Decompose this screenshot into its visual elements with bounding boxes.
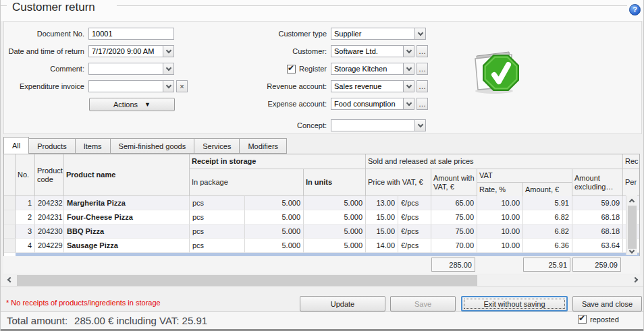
customer-type-input[interactable] [331, 28, 415, 40]
row-selector[interactable] [4, 239, 16, 253]
header-group-receipt-in-storage[interactable]: Receipt in storage [190, 154, 366, 169]
customer-dropdown-button[interactable] [403, 45, 414, 57]
return-datetime-input[interactable] [88, 45, 163, 57]
scroll-down-icon[interactable] [629, 248, 635, 253]
cell-product-code[interactable]: 204230 [35, 224, 64, 239]
actions-button[interactable]: Actions ▼ [89, 98, 175, 111]
revenue-account-browse-button[interactable]: … [417, 80, 428, 92]
update-button[interactable]: Update [300, 296, 385, 311]
header-in-package[interactable]: In package [190, 169, 304, 196]
cell-package-unit[interactable]: pcs [190, 210, 245, 224]
expense-account-browse-button[interactable]: … [417, 98, 428, 110]
expenditure-invoice-dropdown-button[interactable] [163, 80, 174, 92]
cell-no[interactable]: 1 [16, 196, 35, 210]
cell-units-qty[interactable]: 5.000 [304, 239, 366, 253]
cell-package-qty[interactable]: 5.000 [245, 239, 304, 253]
cell-amount-with-vat[interactable]: 75.00 [431, 224, 477, 239]
customer-input[interactable] [331, 45, 404, 57]
header-group-rec[interactable]: Rec [623, 154, 640, 169]
register-storage-browse-button[interactable]: … [417, 63, 428, 75]
vertical-scrollbar-thumb[interactable] [628, 206, 637, 249]
cell-package-unit[interactable]: pcs [190, 239, 245, 253]
cell-amount-excluding[interactable]: 63.64 [572, 239, 623, 253]
revenue-account-input[interactable] [331, 80, 404, 92]
row-selector[interactable] [4, 224, 16, 239]
cell-no[interactable]: 4 [16, 239, 35, 253]
revenue-account-dropdown-button[interactable] [403, 80, 414, 92]
header-vat-amount[interactable]: Amount, € [523, 183, 572, 196]
comment-input[interactable] [88, 63, 163, 75]
cell-product-name[interactable]: Four-Cheese Pizza [64, 210, 190, 224]
customer-type-dropdown-button[interactable] [414, 28, 426, 40]
cell-vat-amount[interactable]: 5.91 [523, 196, 572, 210]
cell-product-name[interactable]: BBQ Pizza [64, 224, 190, 239]
tab-all[interactable]: All [3, 137, 29, 154]
cell-vat-rate[interactable]: 10.00 [477, 224, 523, 239]
return-datetime-dropdown-button[interactable] [163, 45, 174, 57]
cell-vat-rate[interactable]: 10.00 [477, 196, 523, 210]
cell-price-unit[interactable]: €/pcs [398, 210, 431, 224]
cell-amount-excluding[interactable]: 59.09 [572, 196, 623, 210]
cell-vat-amount[interactable]: 6.82 [523, 224, 572, 239]
cell-package-qty[interactable]: 5.000 [245, 196, 304, 210]
tab-semi-finished-goods[interactable]: Semi-finished goods [111, 138, 195, 154]
cell-units-qty[interactable]: 5.000 [304, 224, 366, 239]
tab-products[interactable]: Products [29, 138, 75, 154]
comment-dropdown-button[interactable] [163, 63, 174, 75]
exit-without-saving-button[interactable]: Exit without saving [461, 296, 568, 311]
cell-product-code[interactable]: 204231 [35, 210, 64, 224]
header-no[interactable]: No. [16, 154, 35, 196]
expense-account-dropdown-button[interactable] [403, 98, 414, 110]
tab-modifiers[interactable]: Modifiers [240, 138, 287, 154]
header-product-name[interactable]: Product name [64, 154, 190, 196]
table-horizontal-scrollbar[interactable] [3, 275, 642, 286]
concept-dropdown-button[interactable] [414, 119, 426, 131]
register-storage-input[interactable] [331, 63, 404, 75]
expenditure-invoice-input[interactable] [88, 80, 163, 92]
table-row[interactable]: 4 204229 Sausage Pizza pcs 5.000 5.000 1… [4, 239, 639, 253]
tab-services[interactable]: Services [194, 138, 240, 154]
cell-units-qty[interactable]: 5.000 [304, 210, 366, 224]
cell-package-unit[interactable]: pcs [190, 196, 245, 210]
horizontal-scrollbar-thumb[interactable] [17, 275, 477, 286]
header-amount-with-vat[interactable]: Amount with VAT, € [431, 169, 477, 196]
header-group-vat[interactable]: VAT [477, 169, 572, 183]
customer-browse-button[interactable]: … [417, 45, 428, 57]
cell-vat-amount[interactable]: 6.82 [523, 210, 572, 224]
cell-amount-with-vat[interactable]: 70.00 [431, 239, 477, 253]
header-in-units[interactable]: In units [304, 169, 366, 196]
register-storage-dropdown-button[interactable] [403, 63, 414, 75]
save-and-close-button[interactable]: Save and close [572, 296, 642, 311]
cell-product-name[interactable]: Margherita Pizza [64, 196, 190, 210]
row-selector[interactable] [4, 210, 16, 224]
tab-items[interactable]: Items [76, 138, 111, 154]
cell-price-unit[interactable]: €/pcs [398, 196, 431, 210]
header-amount-excluding[interactable]: Amount excluding… [572, 169, 623, 196]
cell-vat-amount[interactable]: 6.36 [523, 239, 572, 253]
cell-no[interactable]: 2 [16, 210, 35, 224]
cell-amount-with-vat[interactable]: 75.00 [431, 210, 477, 224]
header-vat-rate[interactable]: Rate, % [477, 183, 523, 196]
cell-units-qty[interactable]: 5.000 [304, 196, 366, 210]
cell-price[interactable]: 15.00 [366, 224, 398, 239]
cell-price[interactable]: 13.00 [366, 196, 398, 210]
concept-input[interactable] [331, 119, 415, 131]
cell-amount-excluding[interactable]: 68.18 [572, 210, 623, 224]
cell-product-name[interactable]: Sausage Pizza [64, 239, 190, 253]
cell-price[interactable]: 15.00 [366, 210, 398, 224]
cell-amount-excluding[interactable]: 68.18 [572, 224, 623, 239]
expenditure-invoice-clear-button[interactable]: × [176, 80, 188, 92]
cell-vat-rate[interactable]: 10.00 [477, 210, 523, 224]
cell-no[interactable]: 3 [16, 224, 35, 239]
cell-product-code[interactable]: 204232 [35, 196, 64, 210]
table-vertical-scrollbar[interactable] [626, 195, 637, 255]
reposted-checkbox[interactable]: ✔ [578, 315, 587, 324]
cell-package-qty[interactable]: 5.000 [245, 210, 304, 224]
document-no-input[interactable] [88, 28, 174, 40]
table-row[interactable]: 1 204232 Margherita Pizza pcs 5.000 5.00… [4, 196, 639, 210]
expense-account-input[interactable] [331, 98, 404, 110]
cell-amount-with-vat[interactable]: 65.00 [431, 196, 477, 210]
help-icon[interactable]: ? [629, 4, 641, 16]
cell-package-unit[interactable]: pcs [190, 224, 245, 239]
scroll-left-icon[interactable] [3, 275, 15, 286]
